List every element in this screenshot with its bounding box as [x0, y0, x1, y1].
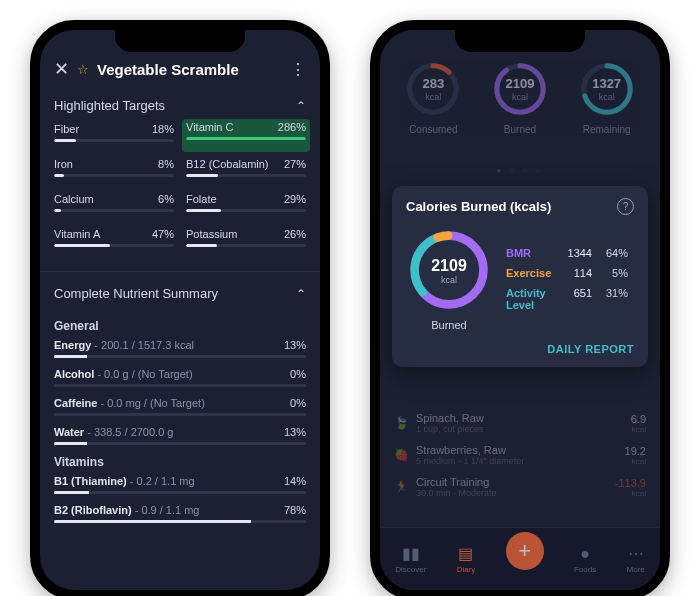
chart-icon: ▮▮: [402, 544, 420, 563]
card-title: Calories Burned (kcals): [406, 199, 551, 214]
target-progress: [186, 174, 306, 177]
target-pct: 18%: [152, 123, 174, 135]
apple-icon: ●: [580, 545, 590, 563]
target-name: Vitamin A: [54, 228, 100, 240]
ring-value: 1327: [578, 76, 636, 91]
nutrient-row[interactable]: Energy - 200.1 / 1517.3 kcal13%: [54, 339, 306, 358]
diary-item-icon: 🏃: [394, 480, 408, 494]
legend-pct: 5%: [598, 267, 628, 279]
summary-rings: 283kcalConsumed2109kcalBurned1327kcalRem…: [380, 60, 660, 135]
nutrient-value: - 0.9 / 1.1 mg: [132, 504, 200, 516]
target-pct: 26%: [284, 228, 306, 240]
target-progress: [186, 209, 306, 212]
nutrient-value: - 0.0 g / (No Target): [94, 368, 192, 380]
diary-item[interactable]: 🍃Spinach, Raw1 cup, cut pieces6.9kcal: [394, 412, 646, 434]
nutrient-summary: General Energy - 200.1 / 1517.3 kcal13%A…: [40, 305, 320, 547]
diary-list-dimmed: 🍃Spinach, Raw1 cup, cut pieces6.9kcal🍓St…: [380, 412, 660, 508]
diary-item[interactable]: 🍓Strawberries, Raw5 medium - 1 1/4" diam…: [394, 444, 646, 466]
tab-foods[interactable]: ●Foods: [574, 545, 596, 574]
nutrient-pct: 0%: [290, 368, 306, 380]
ring-label: Remaining: [583, 124, 631, 135]
target-progress: [186, 137, 306, 140]
target-b12-cobalamin-[interactable]: B12 (Cobalamin)27%: [186, 156, 306, 187]
add-button[interactable]: +: [506, 532, 544, 570]
burned-ring: 2109 kcal Burned: [406, 227, 492, 331]
target-name: Folate: [186, 193, 217, 205]
ring-remaining[interactable]: 1327kcalRemaining: [578, 60, 636, 135]
target-progress: [186, 244, 306, 247]
target-vitamin-a[interactable]: Vitamin A47%: [54, 226, 174, 257]
tab-discover[interactable]: ▮▮Discover: [395, 544, 426, 574]
nutrient-row[interactable]: Caffeine - 0.0 mg / (No Target)0%: [54, 397, 306, 416]
page-indicator-dots: ● ○ ○ ○: [380, 166, 660, 175]
target-pct: 6%: [158, 193, 174, 205]
target-fiber[interactable]: Fiber18%: [54, 121, 174, 152]
target-name: Vitamin C: [186, 121, 233, 133]
legend-pct: 31%: [598, 287, 628, 299]
nutrient-value: - 338.5 / 2700.0 g: [84, 426, 173, 438]
diary-item-icon: 🍓: [394, 448, 408, 462]
nutrient-pct: 0%: [290, 397, 306, 409]
help-icon[interactable]: ?: [617, 198, 634, 215]
nutrient-progress: [54, 384, 306, 387]
nutrient-row[interactable]: B2 (Riboflavin) - 0.9 / 1.1 mg78%: [54, 504, 306, 523]
legend-name: Exercise: [506, 267, 554, 279]
device-notch: [455, 30, 585, 52]
ring-value: 283: [404, 76, 462, 91]
target-pct: 27%: [284, 158, 306, 170]
tab-more[interactable]: ⋯More: [627, 544, 645, 574]
highlighted-targets-grid: Fiber18%Vitamin C286%Iron8%B12 (Cobalami…: [40, 117, 320, 267]
nutrient-name: Alcohol: [54, 368, 94, 380]
nutrient-row[interactable]: Alcohol - 0.0 g / (No Target)0%: [54, 368, 306, 387]
target-name: Fiber: [54, 123, 79, 135]
diary-item-unit: kcal: [615, 489, 646, 498]
ring-unit: kcal: [491, 92, 549, 102]
nutrient-row[interactable]: Water - 338.5 / 2700.0 g13%: [54, 426, 306, 445]
diary-item-icon: 🍃: [394, 416, 408, 430]
target-folate[interactable]: Folate29%: [186, 191, 306, 222]
nutrient-pct: 78%: [284, 504, 306, 516]
overflow-menu-icon[interactable]: ⋮: [290, 60, 306, 79]
favorite-star-icon[interactable]: ☆: [77, 62, 89, 77]
bottom-tab-bar: ▮▮Discover ▤Diary + ●Foods ⋯More: [380, 527, 660, 590]
nutrient-pct: 13%: [284, 339, 306, 351]
legend-act: Activity Level65131%: [506, 287, 634, 311]
diary-item-name: Strawberries, Raw: [416, 444, 617, 456]
calories-burned-card: Calories Burned (kcals) ? 2109 kcal Burn…: [392, 186, 648, 367]
nutrient-progress: [54, 520, 306, 523]
ring-unit: kcal: [404, 92, 462, 102]
target-calcium[interactable]: Calcium6%: [54, 191, 174, 222]
device-notch: [115, 30, 245, 52]
daily-report-link[interactable]: DAILY REPORT: [406, 343, 634, 355]
phone-right: 283kcalConsumed2109kcalBurned1327kcalRem…: [370, 20, 670, 596]
ring-label: Consumed: [409, 124, 457, 135]
target-potassium[interactable]: Potassium26%: [186, 226, 306, 257]
diary-item-unit: kcal: [625, 457, 646, 466]
group-vitamins-label: Vitamins: [54, 455, 306, 469]
nutrient-pct: 14%: [284, 475, 306, 487]
target-progress: [54, 244, 174, 247]
diary-item[interactable]: 🏃Circuit Training30.0 min - Moderate-113…: [394, 476, 646, 498]
legend-name: BMR: [506, 247, 554, 259]
diary-item-calories: 6.9: [631, 413, 646, 425]
target-pct: 47%: [152, 228, 174, 240]
nutrient-row[interactable]: B1 (Thiamine) - 0.2 / 1.1 mg14%: [54, 475, 306, 494]
nutrient-progress: [54, 413, 306, 416]
page-title: Vegetable Scramble: [97, 61, 282, 78]
complete-summary-header[interactable]: Complete Nutrient Summary ⌃: [40, 274, 320, 305]
target-iron[interactable]: Iron8%: [54, 156, 174, 187]
target-vitamin-c[interactable]: Vitamin C286%: [182, 119, 310, 152]
target-pct: 8%: [158, 158, 174, 170]
nutrient-name: B1 (Thiamine): [54, 475, 127, 487]
nutrient-name: Energy: [54, 339, 91, 351]
close-icon[interactable]: ✕: [54, 58, 69, 80]
highlighted-targets-header[interactable]: Highlighted Targets ⌃: [40, 86, 320, 117]
diary-item-detail: 30.0 min - Moderate: [416, 488, 607, 498]
legend-name: Activity Level: [506, 287, 554, 311]
target-name: Potassium: [186, 228, 237, 240]
tab-diary[interactable]: ▤Diary: [457, 544, 476, 574]
ring-unit: kcal: [578, 92, 636, 102]
nutrient-pct: 13%: [284, 426, 306, 438]
ring-consumed[interactable]: 283kcalConsumed: [404, 60, 462, 135]
ring-burned[interactable]: 2109kcalBurned: [491, 60, 549, 135]
